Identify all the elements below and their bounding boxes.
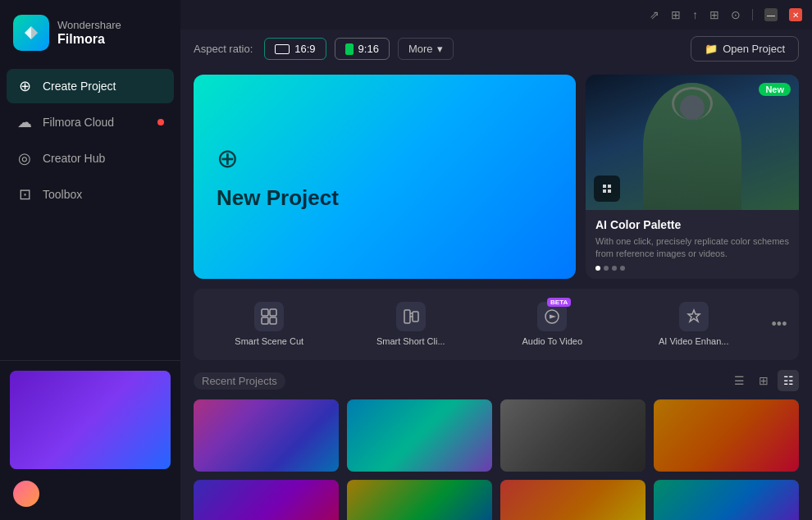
details-view-button[interactable]: ☷ — [778, 370, 799, 391]
svg-rect-2 — [262, 317, 268, 324]
titlebar: ⇗ ⊞ ↑ ⊞ ⊙ — ✕ — [180, 0, 812, 30]
audio-to-video-label: Audio To Video — [522, 335, 582, 347]
grid-icon[interactable]: ⊞ — [709, 8, 719, 21]
audio-to-video-icon: BETA — [537, 302, 567, 331]
project-thumb-4[interactable] — [654, 399, 799, 472]
project-thumb-5[interactable] — [194, 480, 339, 520]
sidebar-navigation: ⊕ Create Project ☁ Filmora Cloud ◎ Creat… — [0, 69, 180, 360]
ratio-16-9-button[interactable]: 16:9 — [264, 38, 326, 60]
projects-grid — [194, 399, 799, 520]
ai-tool-smart-scene-cut[interactable]: Smart Scene Cut — [200, 295, 339, 354]
thumb-image-4 — [654, 399, 799, 472]
smart-short-clip-label: Smart Short Cli... — [376, 335, 445, 347]
avatar — [13, 481, 39, 507]
ai-video-enhance-label: AI Video Enhan... — [659, 335, 728, 347]
grid-view-button[interactable]: ⊞ — [753, 370, 774, 391]
toolbar: Aspect ratio: 16:9 9:16 More ▾ 📁 Open Pr… — [180, 30, 812, 68]
svg-rect-3 — [270, 317, 276, 324]
navigation-icon[interactable]: ⇗ — [650, 8, 659, 21]
more-button[interactable]: More ▾ — [398, 38, 454, 60]
open-project-button[interactable]: 📁 Open Project — [691, 36, 799, 62]
main-content: ⇗ ⊞ ↑ ⊞ ⊙ — ✕ Aspect ratio: 16:9 9:16 Mo… — [180, 0, 812, 520]
ratio-16-icon — [275, 44, 290, 54]
project-thumb-3[interactable] — [500, 399, 645, 472]
projects-header: Recent Projects ☰ ⊞ ☷ — [194, 370, 799, 391]
sidebar-bottom — [0, 360, 180, 520]
sidebar-item-toolbox[interactable]: ⊡ Toolbox — [7, 177, 174, 212]
user-avatar-section — [10, 477, 171, 510]
new-project-icon: ⊕ — [217, 143, 553, 174]
sidebar: Wondershare Filmora ⊕ Create Project ☁ F… — [0, 0, 180, 520]
app-logo: Wondershare Filmora — [0, 0, 180, 69]
content-area: ⊕ New Project New — [180, 68, 812, 520]
thumb-image-1 — [194, 399, 339, 472]
cloud-icon: ☁ — [16, 113, 33, 131]
close-button[interactable]: ✕ — [789, 8, 802, 21]
aspect-ratio-label: Aspect ratio: — [194, 43, 253, 55]
ai-mini-icon — [594, 176, 620, 202]
separator — [752, 9, 753, 21]
ai-tool-audio-to-video[interactable]: BETA Audio To Video — [483, 295, 622, 354]
smart-scene-cut-icon — [254, 302, 284, 331]
sidebar-item-label: Creator Hub — [43, 152, 105, 165]
svg-rect-5 — [413, 312, 418, 322]
upload-icon[interactable]: ↑ — [692, 8, 698, 21]
project-thumb-7[interactable] — [500, 480, 645, 520]
projects-section: Recent Projects ☰ ⊞ ☷ — [194, 370, 799, 520]
sidebar-thumbnail[interactable] — [10, 371, 171, 469]
screen-record-icon[interactable]: ⊞ — [671, 8, 681, 21]
dot-3[interactable] — [612, 266, 617, 271]
folder-icon: 📁 — [705, 43, 718, 55]
minimize-button[interactable]: — — [764, 8, 778, 21]
new-project-label: New Project — [217, 185, 553, 211]
smart-short-clip-icon — [396, 302, 426, 331]
ai-feature-card[interactable]: New AI Color Palette With one click, pre… — [586, 75, 799, 279]
logo-text: Wondershare Filmora — [57, 19, 121, 47]
logo-name: Filmora — [57, 32, 121, 47]
creator-hub-icon: ◎ — [16, 149, 33, 167]
ai-tool-ai-video-enhance[interactable]: AI Video Enhan... — [625, 295, 764, 354]
sidebar-item-label: Filmora Cloud — [43, 116, 114, 129]
sidebar-item-filmora-cloud[interactable]: ☁ Filmora Cloud — [7, 105, 174, 139]
thumb-image-7 — [500, 480, 645, 520]
dot-1[interactable] — [595, 266, 600, 271]
thumb-image-5 — [194, 480, 339, 520]
svg-rect-1 — [270, 309, 276, 316]
project-thumb-1[interactable] — [194, 399, 339, 472]
ai-tools-row: Smart Scene Cut Smart Short Cli... — [194, 289, 799, 360]
project-thumb-8[interactable] — [654, 480, 799, 520]
ratio-9-icon — [345, 43, 354, 55]
list-view-button[interactable]: ☰ — [728, 370, 750, 391]
logo-icon — [13, 15, 49, 51]
dot-2[interactable] — [604, 266, 609, 271]
sidebar-item-label: Toolbox — [43, 188, 82, 201]
new-badge: New — [759, 83, 791, 96]
svg-rect-0 — [262, 309, 268, 316]
project-thumb-6[interactable] — [347, 480, 492, 520]
projects-title: Recent Projects — [194, 372, 285, 390]
more-tools-icon: ••• — [772, 316, 787, 333]
top-row: ⊕ New Project New — [194, 75, 799, 279]
headset-icon[interactable]: ⊙ — [731, 8, 741, 21]
more-tools-button[interactable]: ••• — [766, 311, 792, 337]
carousel-dots — [595, 266, 789, 271]
smart-scene-cut-label: Smart Scene Cut — [235, 335, 303, 347]
create-project-icon: ⊕ — [16, 77, 33, 95]
project-thumb-2[interactable] — [347, 399, 492, 472]
sidebar-item-creator-hub[interactable]: ◎ Creator Hub — [7, 141, 174, 176]
sidebar-item-create-project[interactable]: ⊕ Create Project — [7, 69, 174, 103]
toolbox-icon: ⊡ — [16, 185, 33, 203]
new-project-card[interactable]: ⊕ New Project — [194, 75, 576, 279]
svg-rect-4 — [404, 310, 410, 323]
ratio-9-16-button[interactable]: 9:16 — [335, 38, 390, 60]
beta-badge: BETA — [547, 298, 571, 307]
notification-dot — [157, 119, 164, 125]
dot-4[interactable] — [620, 266, 625, 271]
thumb-image-8 — [654, 480, 799, 520]
view-buttons: ☰ ⊞ ☷ — [728, 370, 799, 391]
ai-feature-title: AI Color Palette — [595, 218, 789, 231]
thumb-image-6 — [347, 480, 492, 520]
ai-video-enhance-icon — [679, 302, 709, 331]
ai-tool-smart-short-clip[interactable]: Smart Short Cli... — [342, 295, 481, 354]
chevron-down-icon: ▾ — [437, 43, 443, 55]
